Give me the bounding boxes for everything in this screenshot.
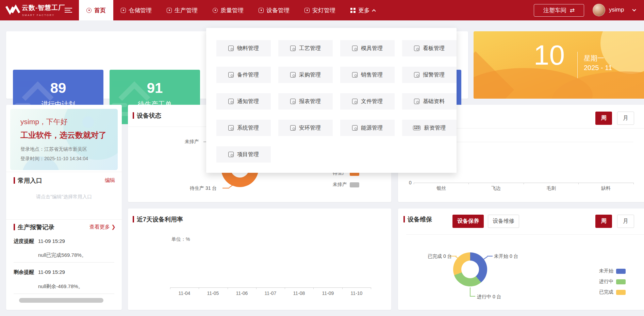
- chevron-up-icon: [372, 9, 376, 13]
- menu-item-base-data[interactable]: 基础资料: [402, 93, 457, 110]
- menu-item-notice[interactable]: 通知管理: [216, 93, 271, 110]
- nav-tab-label: 仓储管理: [129, 6, 152, 14]
- quick-entry-title: 常用入口: [18, 177, 42, 185]
- date-label: 11-09: [322, 290, 334, 296]
- callout-not-started: 未开始 0 台: [494, 253, 518, 260]
- legend-label: 未开始: [594, 268, 613, 274]
- maintain-tab-button[interactable]: 设备保养: [452, 215, 484, 228]
- stat-value: 91: [110, 80, 200, 96]
- nav-tab-label: 更多: [358, 6, 370, 14]
- nav-tab-label: 安灯管理: [312, 6, 335, 14]
- week-label: 周: [601, 218, 607, 225]
- y-axis-zero: 0: [409, 180, 412, 185]
- menu-item-label: 模具管理: [361, 45, 383, 52]
- username[interactable]: ysimp: [609, 6, 624, 13]
- date-day: 10: [497, 39, 565, 71]
- menu-item-file[interactable]: 文件管理: [340, 93, 395, 110]
- horizontal-scrollbar[interactable]: [19, 298, 103, 303]
- maintenance-month-button[interactable]: 月: [617, 215, 634, 228]
- andon-icon: [304, 8, 310, 13]
- axis-tick: [578, 183, 579, 184]
- legend-swatch: [616, 290, 626, 295]
- workshop-switch-button[interactable]: 注塑车间 ⇄: [534, 4, 584, 17]
- menu-item-label: 报表管理: [299, 98, 321, 105]
- date-weekday: 星期一: [584, 54, 604, 63]
- legend-label: 进行中: [594, 279, 613, 285]
- menu-item-spare-parts[interactable]: 备件管理: [216, 67, 271, 83]
- menu-item-energy[interactable]: 能源管理: [340, 120, 395, 136]
- nav-tab-home[interactable]: 首页: [79, 0, 113, 20]
- user-avatar[interactable]: [593, 4, 605, 16]
- stat-value: 89: [13, 80, 103, 96]
- callout-connector: [222, 188, 229, 188]
- nav-tab-label: 质量管理: [220, 6, 244, 14]
- utilization-unit: 单位：%: [171, 236, 190, 243]
- date-label: 11-07: [265, 290, 277, 296]
- left-sidebar-panel: ysimp，下午好 工业软件，选云数就对了 登录地点：江苏省无锡市新吴区 登录时…: [6, 105, 122, 310]
- menu-item-alarm[interactable]: 报警管理: [402, 67, 457, 83]
- menu-item-sales[interactable]: 销售管理: [340, 67, 395, 83]
- file-icon: [352, 99, 358, 104]
- login-time: 登录时间：2025-11-10 14:34:04: [20, 156, 88, 162]
- alarm-entry-time: 11-09 15:29: [38, 238, 65, 244]
- user-menu-chevron-icon[interactable]: [632, 7, 636, 11]
- base-data-icon: [414, 99, 419, 104]
- repair-tab-button[interactable]: 设备维修: [488, 215, 519, 228]
- section-bar: [14, 177, 15, 184]
- section-bar: [14, 224, 15, 230]
- menu-item-purchase[interactable]: 采购管理: [278, 67, 333, 83]
- menu-item-mold[interactable]: 模具管理: [340, 40, 395, 56]
- legend-item-unscheduled[interactable]: 未排产: [327, 182, 359, 188]
- kanban-icon: [414, 46, 419, 51]
- repair-label: 设备维修: [493, 218, 514, 225]
- quick-entry-placeholder: 请点击"编辑"选择常用入口: [6, 194, 122, 200]
- axis-tick: [342, 287, 343, 289]
- nav-tab-equipment[interactable]: 设备管理: [251, 0, 297, 20]
- nav-tab-warehouse[interactable]: 仓储管理: [113, 0, 159, 20]
- equipment-icon: [259, 8, 264, 13]
- legend-item-not-started[interactable]: 未开始: [594, 268, 626, 274]
- defect-week-button[interactable]: 周: [595, 112, 612, 125]
- axis-tick: [414, 183, 414, 184]
- menu-item-kanban[interactable]: 看板管理: [402, 40, 457, 56]
- axis-tick: [199, 287, 199, 289]
- collapse-menu-icon[interactable]: [65, 8, 72, 13]
- menu-item-label: 报警管理: [423, 71, 445, 79]
- nav-tab-quality[interactable]: 质量管理: [205, 0, 251, 20]
- more-menu-dropdown: 物料管理 工艺管理 模具管理 看板管理 备件管理 采购管理 销售管理 报警管理 …: [206, 28, 457, 173]
- brand-title: 云数-智慧工厂: [22, 3, 65, 12]
- legend-swatch: [350, 182, 359, 187]
- quick-entry-edit-link[interactable]: 编辑: [105, 177, 115, 184]
- menu-item-report[interactable]: 报表管理: [278, 93, 333, 110]
- menu-item-process[interactable]: 工艺管理: [278, 40, 333, 56]
- defect-category: 银丝: [436, 185, 446, 192]
- dashboard-page: 云数-智慧工厂 SMART FACTORY 首页 仓储管理 生产管理 质量管理: [0, 0, 644, 316]
- dashboard-icon: [86, 8, 92, 13]
- menu-item-project[interactable]: 项目管理: [216, 146, 271, 163]
- alarm-view-more-link[interactable]: 查看更多 ❯: [89, 224, 116, 230]
- maintenance-week-button[interactable]: 周: [595, 215, 612, 228]
- nav-tab-andon[interactable]: 安灯管理: [297, 0, 343, 20]
- legend-item-in-progress[interactable]: 进行中: [594, 279, 626, 285]
- defect-month-button[interactable]: 月: [617, 112, 634, 125]
- brand-logo-icon: [5, 3, 20, 18]
- menu-item-system[interactable]: 系统管理: [216, 120, 271, 136]
- callout-connector: [470, 287, 470, 296]
- axis-tick: [228, 287, 228, 289]
- login-location: 登录地点：江苏省无锡市新吴区: [20, 146, 87, 152]
- alarm-icon: [414, 72, 419, 78]
- status-callout-pending: 待生产 31 台: [190, 185, 217, 192]
- menu-item-safety[interactable]: 安环管理: [278, 120, 333, 136]
- nav-tab-production[interactable]: 生产管理: [159, 0, 205, 20]
- status-callout-unscheduled: 未排产: [185, 139, 199, 145]
- date-label: 11-04: [179, 290, 191, 296]
- axis-tick: [256, 287, 257, 289]
- divider: [6, 172, 122, 172]
- menu-item-label: 采购管理: [299, 71, 321, 79]
- nav-tab-more[interactable]: 更多: [343, 0, 383, 20]
- menu-item-material[interactable]: 物料管理: [216, 40, 271, 56]
- menu-item-label: 通知管理: [237, 98, 259, 105]
- project-icon: [228, 152, 234, 157]
- menu-item-salary[interactable]: 123薪资管理: [402, 120, 457, 136]
- legend-item-done[interactable]: 已完成: [594, 289, 626, 295]
